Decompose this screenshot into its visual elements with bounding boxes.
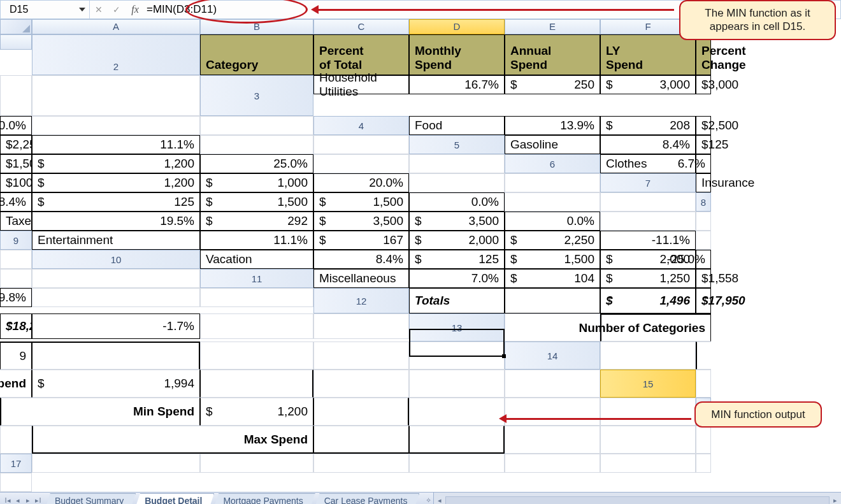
cell-E7[interactable]: $1,500 — [313, 192, 409, 212]
cell-F9[interactable]: -11.1% — [600, 231, 696, 250]
col-header-extra[interactable] — [0, 34, 32, 50]
sheet-tab-budget-detail[interactable]: Budget Detail — [135, 493, 214, 505]
row-header-7[interactable]: 7 — [600, 173, 696, 192]
header-cell-A[interactable]: Category — [200, 34, 313, 75]
cancel-icon[interactable]: ✕ — [90, 4, 108, 15]
cell-A4[interactable]: Food — [409, 116, 505, 135]
cell-G11[interactable] — [32, 288, 200, 307]
cell-D13[interactable]: 9 — [0, 342, 32, 370]
cell-G9[interactable] — [696, 231, 711, 250]
cell-D8[interactable]: $3,500 — [313, 212, 409, 231]
cell-F4[interactable]: 11.1% — [32, 135, 200, 154]
row-header-5[interactable]: 5 — [409, 135, 505, 154]
cell-r17-2[interactable] — [313, 454, 409, 473]
cell-F14[interactable] — [313, 370, 409, 398]
cell-E9[interactable]: $2,250 — [505, 231, 600, 250]
cell-G16[interactable] — [600, 426, 696, 454]
sheet-tab-car-lease-payments[interactable]: Car Lease Payments — [315, 493, 420, 505]
cell-D16[interactable] — [313, 426, 409, 454]
horizontal-scrollbar[interactable]: ◂ ▸ — [433, 493, 841, 504]
cell-A14[interactable] — [600, 342, 696, 370]
chevron-down-icon[interactable] — [79, 8, 85, 11]
row-header-2[interactable]: 2 — [32, 34, 200, 75]
cell-G8[interactable] — [600, 212, 696, 231]
cell-C11[interactable]: $104 — [505, 269, 600, 288]
cell-A3[interactable]: Household Utilities — [313, 75, 409, 94]
cell-D5[interactable]: $1,500 — [0, 154, 32, 173]
col-header-B[interactable]: B — [200, 19, 313, 34]
sheet-tab-budget-summary[interactable]: Budget Summary — [45, 493, 136, 505]
header-cell-C[interactable]: MonthlySpend — [409, 34, 505, 75]
scroll-track[interactable] — [445, 496, 830, 505]
cell-F15[interactable] — [409, 398, 505, 426]
col-header-E[interactable]: E — [505, 19, 600, 34]
cell-B10[interactable]: 8.4% — [313, 250, 409, 269]
cell-D3[interactable]: $3,000 — [600, 75, 696, 94]
cell-F11[interactable]: -19.8% — [0, 288, 32, 307]
cell-C14[interactable]: Average Spend — [0, 370, 32, 398]
cell-G15[interactable] — [505, 398, 600, 426]
cell-r17-4[interactable] — [505, 454, 600, 473]
row-header-11[interactable]: 11 — [200, 269, 313, 288]
cell-E5[interactable]: $1,200 — [32, 154, 200, 173]
cell-D14[interactable]: $1,994 — [32, 370, 200, 398]
cell-r17-0[interactable] — [32, 454, 200, 473]
cell-A11[interactable]: Miscellaneous — [313, 269, 409, 288]
cell-B6[interactable]: 6.7% — [696, 154, 711, 173]
cell-F16[interactable] — [505, 426, 600, 454]
row-header-6[interactable]: 6 — [505, 154, 600, 173]
nav-next-icon[interactable]: ▸ — [23, 496, 33, 504]
cell-A5[interactable]: Gasoline — [505, 135, 600, 154]
cell-B5[interactable]: 8.4% — [600, 135, 696, 154]
cell-G2[interactable] — [0, 75, 32, 116]
cell-B11[interactable]: 7.0% — [409, 269, 505, 288]
cell-B3[interactable]: 16.7% — [409, 75, 505, 94]
cell-C15[interactable]: Min Spend — [32, 398, 200, 426]
cell-C5[interactable]: $125 — [696, 135, 711, 154]
cell-F8[interactable]: 0.0% — [505, 212, 600, 231]
row-header-12[interactable]: 12 — [313, 288, 409, 313]
cell-E4[interactable]: $2,250 — [0, 135, 32, 154]
cell-A16[interactable] — [0, 426, 32, 454]
cell-r17-1[interactable] — [200, 454, 313, 473]
row-header-8[interactable]: 8 — [696, 192, 711, 212]
cell-E8[interactable]: $3,500 — [409, 212, 505, 231]
cell-F6[interactable]: 20.0% — [313, 173, 409, 192]
row-header-17[interactable]: 17 — [0, 454, 32, 473]
cell-B8[interactable]: 19.5% — [32, 212, 200, 231]
cell-G6[interactable] — [409, 173, 505, 192]
cell-G7[interactable] — [505, 192, 600, 212]
cell-G10[interactable] — [0, 269, 32, 288]
row-header-15[interactable]: 15 — [600, 370, 696, 398]
cell-A8[interactable]: Taxes — [0, 212, 32, 231]
cell-F3[interactable]: 0.0% — [0, 116, 32, 135]
cell-G13[interactable] — [313, 342, 409, 370]
scroll-left-icon[interactable]: ◂ — [434, 496, 445, 504]
cell-D9[interactable]: $2,000 — [409, 231, 505, 250]
cell-D15[interactable]: $1,200 — [200, 398, 313, 426]
cell-G5[interactable] — [313, 154, 409, 173]
accept-icon[interactable]: ✓ — [108, 4, 126, 15]
header-cell-F[interactable]: PercentChange — [696, 34, 711, 75]
cell-C8[interactable]: $292 — [200, 212, 313, 231]
cell-E15[interactable] — [313, 398, 409, 426]
cell-F13[interactable] — [200, 342, 313, 370]
cell-C12[interactable]: $1,496 — [600, 288, 696, 313]
cell-G4[interactable] — [200, 135, 313, 154]
new-sheet-icon[interactable]: ✧ — [423, 496, 433, 504]
cell-B4[interactable]: 13.9% — [505, 116, 600, 135]
cell-D12[interactable]: $17,950 — [696, 288, 711, 313]
cell-E14[interactable] — [200, 370, 313, 398]
nav-prev-icon[interactable]: ◂ — [13, 496, 23, 504]
cell-B14[interactable] — [696, 342, 711, 370]
cell-r17-5[interactable] — [600, 454, 696, 473]
row-header-9[interactable]: 9 — [0, 231, 32, 250]
cell-A7[interactable]: Insurance — [696, 173, 711, 192]
col-header-D[interactable]: D — [409, 19, 505, 34]
cell-A9[interactable]: Entertainment — [32, 231, 200, 250]
cell-C4[interactable]: $208 — [600, 116, 696, 135]
cell-F12[interactable]: -1.7% — [32, 313, 200, 339]
cell-C6[interactable]: $100 — [0, 173, 32, 192]
cell-E13[interactable] — [32, 342, 200, 370]
cell-A10[interactable]: Vacation — [200, 250, 313, 269]
